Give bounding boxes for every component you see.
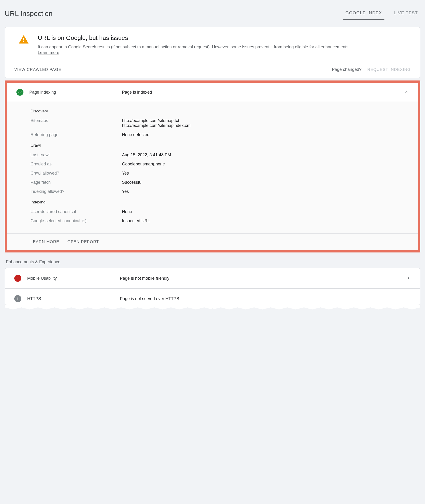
page-fetch-value: Successful (122, 180, 142, 185)
tab-live-test[interactable]: LIVE TEST (392, 7, 420, 20)
mobile-usability-status: Page is not mobile friendly (120, 276, 400, 281)
torn-edge-decoration (5, 305, 420, 312)
sitemaps-row: Sitemaps http://example.com/sitemap.txt … (31, 118, 394, 128)
sitemap-1: http://example.com/sitemap.txt (122, 118, 191, 123)
error-icon (14, 275, 21, 282)
last-crawl-value: Aug 15, 2022, 3:41:48 PM (122, 153, 171, 157)
view-crawled-page-button[interactable]: VIEW CRAWLED PAGE (14, 67, 61, 72)
status-description: It can appear in Google Search results (… (38, 44, 412, 50)
user-canonical-value: None (122, 209, 132, 214)
status-card: URL is on Google, but has issues It can … (5, 27, 420, 78)
last-crawl-label: Last crawl (31, 153, 122, 157)
indexing-allowed-label: Indexing allowed? (31, 189, 122, 194)
tabs: GOOGLE INDEX LIVE TEST (343, 7, 420, 20)
crawled-as-label: Crawled as (31, 162, 122, 167)
google-canonical-row: Google-selected canonical ? Inspected UR… (31, 218, 394, 223)
page-indexing-status: Page is indexed (122, 90, 398, 95)
referring-page-row: Referring page None detected (31, 132, 394, 137)
page-indexing-body: Discovery Sitemaps http://example.com/si… (7, 102, 418, 234)
sitemaps-value: http://example.com/sitemap.txt http://ex… (122, 118, 191, 128)
request-indexing-button[interactable]: REQUEST INDEXING (367, 67, 411, 72)
referring-page-value: None detected (122, 132, 149, 137)
sitemaps-label: Sitemaps (31, 118, 122, 123)
page-fetch-label: Page fetch (31, 180, 122, 185)
crawl-allowed-label: Crawl allowed? (31, 171, 122, 176)
enhancements-heading: Enhancements & Experience (5, 255, 420, 268)
last-crawl-row: Last crawl Aug 15, 2022, 3:41:48 PM (31, 153, 394, 157)
warning-icon (18, 34, 30, 46)
highlighted-panel: Page indexing Page is indexed Discovery … (5, 81, 420, 252)
google-canonical-value: Inspected URL (122, 218, 150, 223)
sitemap-2: http://example.com/sitemapindex.xml (122, 123, 191, 128)
referring-page-label: Referring page (31, 132, 122, 137)
indexing-heading: Indexing (31, 200, 394, 205)
page-changed-label: Page changed? (332, 67, 361, 72)
crawl-allowed-value: Yes (122, 171, 129, 176)
page-title: URL Inspection (5, 10, 53, 18)
tab-google-index[interactable]: GOOGLE INDEX (343, 7, 385, 20)
page-fetch-row: Page fetch Successful (31, 180, 394, 185)
google-canonical-label: Google-selected canonical ? (31, 218, 122, 223)
learn-more-button[interactable]: LEARN MORE (31, 240, 59, 244)
chevron-up-icon (404, 90, 409, 95)
page-indexing-label: Page indexing (29, 90, 116, 95)
discovery-heading: Discovery (31, 109, 394, 114)
user-canonical-label: User-declared canonical (31, 209, 122, 214)
info-icon: i (14, 295, 21, 302)
check-icon (16, 89, 23, 96)
crawl-allowed-row: Crawl allowed? Yes (31, 171, 394, 176)
help-icon[interactable]: ? (82, 219, 86, 223)
page-indexing-header[interactable]: Page indexing Page is indexed (7, 83, 418, 102)
user-canonical-row: User-declared canonical None (31, 209, 394, 214)
mobile-usability-row[interactable]: Mobile Usability Page is not mobile frie… (5, 268, 420, 288)
open-report-button[interactable]: OPEN REPORT (67, 240, 99, 244)
crawled-as-row: Crawled as Googlebot smartphone (31, 162, 394, 167)
indexing-allowed-value: Yes (122, 189, 129, 194)
enhancements-list: Mobile Usability Page is not mobile frie… (5, 268, 420, 305)
https-label: HTTPS (27, 296, 114, 301)
learn-more-link[interactable]: Learn more (38, 50, 59, 55)
https-status: Page is not served over HTTPS (120, 296, 405, 301)
chevron-right-icon (406, 276, 411, 281)
crawled-as-value: Googlebot smartphone (122, 162, 165, 167)
mobile-usability-label: Mobile Usability (27, 276, 114, 281)
crawl-heading: Crawl (31, 143, 394, 148)
status-title: URL is on Google, but has issues (38, 34, 412, 41)
google-canonical-label-text: Google-selected canonical (31, 218, 80, 223)
header: URL Inspection GOOGLE INDEX LIVE TEST (5, 5, 420, 27)
https-row[interactable]: i HTTPS Page is not served over HTTPS (5, 288, 420, 305)
indexing-allowed-row: Indexing allowed? Yes (31, 189, 394, 194)
